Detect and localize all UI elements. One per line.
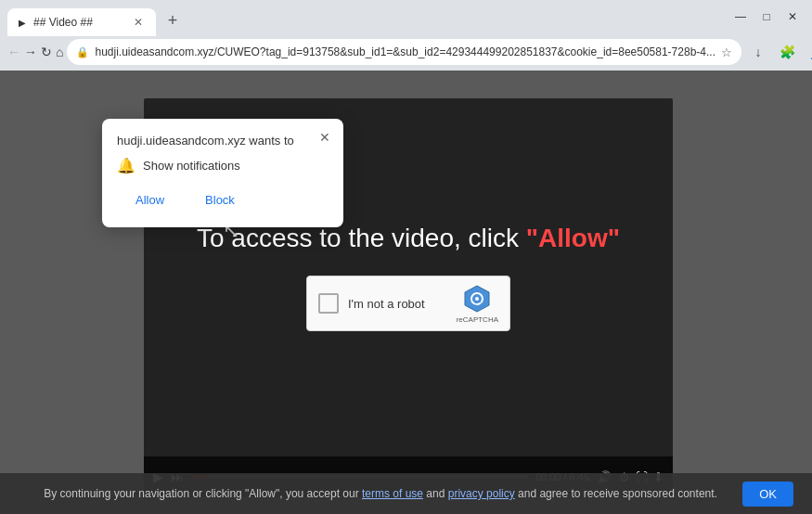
address-bar[interactable]: 🔒 hudji.uideasandcom.xyz/CUWEO?tag_id=91… [67, 39, 741, 65]
close-tab-button[interactable]: ✕ [132, 14, 145, 31]
privacy-link[interactable]: privacy policy [448, 487, 515, 500]
back-button[interactable]: ← [7, 39, 20, 65]
tab-title: ## Video ## [33, 16, 124, 29]
reload-button[interactable]: ↻ [41, 39, 52, 65]
page-content: ↖ To access to the video, click "Allow" … [0, 71, 812, 514]
video-message: To access to the video, click "Allow" [197, 224, 620, 253]
bookmark-icon[interactable]: ☆ [721, 45, 732, 59]
popup-action-buttons: Allow Block [117, 187, 329, 212]
recaptcha-logo: reCAPTCHA [457, 284, 498, 324]
banner-text-middle: and [423, 487, 448, 500]
close-window-button[interactable]: ✕ [780, 5, 805, 29]
recaptcha-footer-text: reCAPTCHA [457, 315, 498, 324]
downloads-button[interactable]: ↓ [745, 39, 771, 65]
instruction-before: To access to the video, click [197, 224, 526, 252]
extensions-button[interactable]: 🧩 [775, 39, 801, 65]
nav-right-buttons: ↓ 🧩 👤 ⋮ [745, 39, 812, 65]
recaptcha-checkbox[interactable] [318, 293, 339, 314]
svg-point-0 [475, 297, 479, 301]
terms-link[interactable]: terms of use [362, 487, 423, 500]
video-instruction-text: To access to the video, click "Allow" [197, 224, 620, 252]
banner-ok-button[interactable]: OK [742, 482, 793, 507]
block-button[interactable]: Block [188, 187, 251, 212]
address-right-icons: ☆ [721, 45, 732, 59]
banner-text: By continuing your navigation or clickin… [19, 487, 742, 500]
url-text: hudji.uideasandcom.xyz/CUWEO?tag_id=9137… [95, 45, 715, 58]
lock-icon: 🔒 [76, 46, 89, 58]
profile-button[interactable]: 👤 [805, 39, 812, 65]
recaptcha-label: I'm not a robot [348, 297, 447, 311]
banner-text-before: By continuing your navigation or clickin… [44, 487, 362, 500]
new-tab-button[interactable]: + [160, 7, 186, 33]
minimize-button[interactable]: — [728, 5, 753, 29]
bell-icon: 🔔 [117, 157, 135, 174]
popup-close-button[interactable]: ✕ [316, 128, 334, 147]
popup-option-row: 🔔 Show notifications [117, 157, 329, 174]
recaptcha-icon [462, 284, 492, 314]
browser-tab[interactable]: ▶ ## Video ## ✕ [7, 8, 156, 36]
tab-favicon: ▶ [19, 18, 26, 28]
tab-bar: ▶ ## Video ## ✕ + [7, 0, 723, 33]
notification-popup: ✕ hudji.uideasandcom.xyz wants to 🔔 Show… [102, 119, 343, 227]
home-button[interactable]: ⌂ [56, 39, 63, 65]
forward-button[interactable]: → [24, 39, 37, 65]
maximize-button[interactable]: □ [754, 5, 779, 29]
allow-button[interactable]: Allow [119, 187, 181, 212]
recaptcha-widget[interactable]: I'm not a robot reCAPTCHA [306, 276, 510, 331]
allow-highlight-text: "Allow" [526, 224, 620, 252]
title-bar: ▶ ## Video ## ✕ + — □ ✕ [0, 0, 812, 33]
window-controls: — □ ✕ [728, 5, 805, 29]
browser-frame: ▶ ## Video ## ✕ + — □ ✕ ← → ↻ ⌂ 🔒 hudji.… [0, 0, 812, 514]
navigation-bar: ← → ↻ ⌂ 🔒 hudji.uideasandcom.xyz/CUWEO?t… [0, 33, 812, 71]
bottom-banner: By continuing your navigation or clickin… [0, 473, 812, 514]
banner-text-after: and agree to receive sponsored content. [515, 487, 717, 500]
popup-option-label: Show notifications [143, 159, 240, 173]
popup-title: hudji.uideasandcom.xyz wants to [117, 134, 329, 148]
